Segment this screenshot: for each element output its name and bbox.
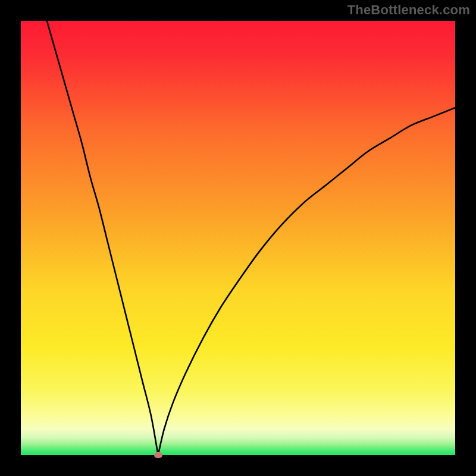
minimum-marker: [154, 452, 162, 458]
watermark: TheBottleneck.com: [347, 2, 470, 18]
chart-frame: TheBottleneck.com: [0, 0, 476, 476]
bottleneck-curve: [47, 21, 455, 455]
plot-area: [21, 21, 455, 455]
curve-svg: [21, 21, 455, 455]
